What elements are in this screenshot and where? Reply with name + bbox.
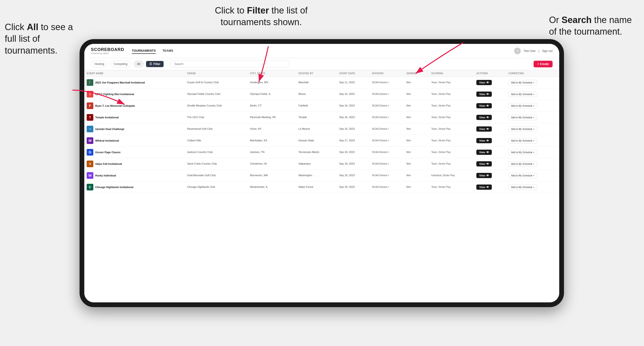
team-logo: W [87, 137, 93, 144]
tab-hosting[interactable]: Hosting [91, 61, 108, 67]
cell-start-date: Sep 18, 2023 [337, 181, 370, 193]
cell-division: NCAA Division I [370, 100, 404, 112]
team-logo: I [87, 91, 93, 97]
add-to-schedule-button[interactable]: Add to My Schedule + [508, 138, 537, 144]
cell-actions: View 👁 [474, 147, 506, 158]
cell-gender: Men [404, 123, 429, 135]
table-row: G Grover Page Classic Jackson Country Cl… [84, 147, 559, 158]
view-label: View [479, 104, 485, 107]
cell-hosted-by: Illinois [296, 88, 337, 100]
add-to-schedule-button[interactable]: Add to My Schedule + [508, 173, 537, 178]
cell-start-date: Sep 16, 2023 [337, 123, 370, 135]
cell-start-date: Sep 18, 2023 [337, 158, 370, 170]
view-label: View [479, 151, 485, 154]
eye-icon: 👁 [486, 163, 489, 165]
view-button[interactable]: View 👁 [476, 138, 492, 143]
create-label: + Create [538, 62, 549, 66]
table-row: ~ Upstate Dual Challenge Ravenwood Golf … [84, 123, 559, 135]
col-scoring: SCORING [429, 70, 474, 77]
nav-links: TOURNAMENTS TEAMS [132, 48, 514, 54]
view-button[interactable]: View 👁 [476, 150, 492, 155]
view-label: View [479, 174, 485, 177]
cell-competing: Add to My Schedule + [506, 147, 559, 158]
view-button[interactable]: View 👁 [476, 103, 492, 108]
search-input[interactable] [171, 60, 290, 68]
annotation-top: Click to Filter the list of tournaments … [195, 5, 328, 28]
cell-event-name: I OFCC Fighting Illini Invitational [84, 88, 185, 100]
cell-division: NCAA Division I [370, 147, 404, 158]
cell-city: Manhattan, KS [248, 135, 296, 147]
create-button[interactable]: + Create [534, 61, 552, 67]
add-to-schedule-button[interactable]: Add to My Schedule + [508, 161, 537, 167]
cell-city: Jackson, TN [248, 147, 296, 158]
cell-gender: Men [404, 181, 429, 193]
cell-division: NCAA Division I [370, 158, 404, 170]
view-button[interactable]: View 👁 [476, 126, 492, 132]
tablet-frame: SCOREBOARD Powered by clippd TOURNAMENTS… [80, 39, 564, 307]
logo-subtitle: Powered by clippd [91, 52, 124, 54]
cell-event-name: W Husky Individual [84, 170, 185, 181]
filter-icon: ☰ [149, 62, 152, 66]
cell-scoring: Team, Stroke Play [429, 100, 474, 112]
team-logo: F [87, 102, 93, 109]
view-button[interactable]: View 👁 [476, 184, 492, 190]
cell-division: NCAA Division I [370, 135, 404, 147]
view-button[interactable]: View 👁 [476, 80, 492, 85]
cell-city: Plymouth Meeting, PA [248, 112, 296, 123]
team-logo: C [87, 184, 93, 190]
eye-icon: 👁 [486, 186, 489, 188]
cell-gender: Men [404, 147, 429, 158]
col-hosted-by: HOSTED BY [296, 70, 337, 77]
cell-division: NCAA Division I [370, 88, 404, 100]
view-button[interactable]: View 👁 [476, 173, 492, 178]
table-container: EVENT NAME VENUE CITY, STATE HOSTED BY S… [84, 70, 559, 302]
cell-competing: Add to My Schedule + [506, 88, 559, 100]
nav-tournaments[interactable]: TOURNAMENTS [132, 48, 156, 54]
eye-icon: 👁 [486, 128, 489, 130]
nav-right: T Test User | Sign out [514, 48, 552, 54]
view-label: View [479, 163, 485, 165]
user-avatar: T [514, 48, 521, 54]
top-nav: SCOREBOARD Powered by clippd TOURNAMENTS… [84, 44, 559, 58]
event-name: Temple Invitational [95, 116, 119, 119]
add-to-schedule-button[interactable]: Add to My Schedule + [508, 92, 537, 97]
cell-venue: The 1912 Club [185, 112, 248, 123]
cell-scoring: Team, Stroke Play [429, 158, 474, 170]
sign-out-link[interactable]: Sign out [542, 49, 552, 53]
col-venue: VENUE [185, 70, 248, 77]
annotation-left: Click All to see a full list of tourname… [5, 21, 76, 56]
cell-scoring: Team, Stroke Play [429, 135, 474, 147]
cell-venue: Olympia Fields Country Club [185, 88, 248, 100]
view-button[interactable]: View 👁 [476, 115, 492, 120]
event-name: OFCC Fighting Illini Invitational [95, 93, 134, 96]
add-label: Add to My Schedule + [511, 151, 534, 154]
add-to-schedule-button[interactable]: Add to My Schedule + [508, 103, 537, 109]
cell-scoring: Individual, Stroke Play [429, 170, 474, 181]
cell-division: NCAA Division I [370, 123, 404, 135]
cell-hosted-by: Le Moyne [296, 123, 337, 135]
filter-button[interactable]: ☰ Filter [146, 61, 164, 67]
add-to-schedule-button[interactable]: Add to My Schedule + [508, 126, 537, 132]
cell-event-name: G Grover Page Classic [84, 147, 185, 158]
cell-scoring: Team, Stroke Play [429, 112, 474, 123]
cell-scoring: Team, Stroke Play [429, 123, 474, 135]
tab-competing[interactable]: Competing [110, 61, 131, 67]
add-to-schedule-button[interactable]: Add to My Schedule + [508, 184, 537, 190]
add-to-schedule-button[interactable]: Add to My Schedule + [508, 115, 537, 120]
cell-event-name: F Ryan T. Lee Memorial Collegiate [84, 100, 185, 112]
cell-gender: Men [404, 77, 429, 88]
add-to-schedule-button[interactable]: Add to My Schedule + [508, 80, 537, 85]
add-to-schedule-button[interactable]: Add to My Schedule + [508, 150, 537, 155]
cell-hosted-by: Fairfield [296, 100, 337, 112]
cell-start-date: Sep 17, 2023 [337, 135, 370, 147]
view-button[interactable]: View 👁 [476, 161, 492, 167]
cell-competing: Add to My Schedule + [506, 158, 559, 170]
eye-icon: 👁 [486, 174, 489, 177]
nav-teams[interactable]: TEAMS [162, 48, 173, 54]
view-button[interactable]: View 👁 [476, 92, 492, 97]
cell-city: Olympia Fields, IL [248, 88, 296, 100]
event-name: Grover Page Classic [95, 151, 121, 154]
tab-all[interactable]: All [134, 61, 144, 67]
table-row: 🏌 2023 Joe Feaganes Marshall Invitationa… [84, 77, 559, 88]
cell-event-name: V Valpo Fall Invitational [84, 158, 185, 170]
